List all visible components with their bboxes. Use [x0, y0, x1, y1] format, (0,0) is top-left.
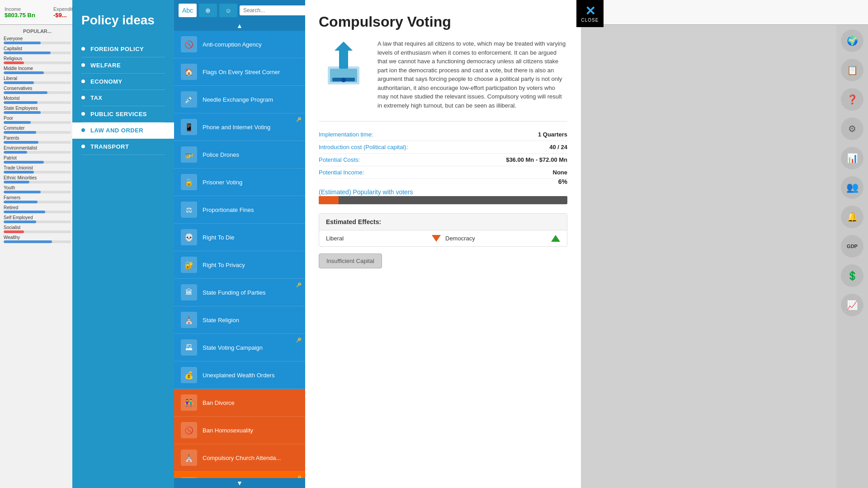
policy-category-law-and-order[interactable]: LAW AND ORDER [72, 122, 174, 139]
policy-list: Abc ⊕ ☺ 🔍 ▲ 🚫 Anti-corruption Agency 🏠 F… [174, 0, 305, 488]
arrow-down-icon [432, 235, 441, 242]
popularity-title: POPULAR... [4, 28, 71, 34]
policy-panel: Policy ideas FOREIGN POLICY WELFARE ECON… [72, 0, 174, 488]
policy-item-7[interactable]: 💀 Right To Die [174, 224, 305, 251]
svg-rect-2 [339, 48, 348, 69]
policy-item-10[interactable]: ⛪ State Religion [174, 306, 305, 334]
pop-group-trade-unionist: Trade Unionist [4, 165, 71, 174]
pop-group-motorist: Motorist [4, 96, 71, 104]
arrow-up-icon [551, 235, 560, 242]
policy-item-9[interactable]: 🏛 State Funding of Parties 🔑 [174, 279, 305, 306]
right-icon-map[interactable]: 🌍 [841, 29, 863, 52]
pop-group-everyone: Everyone [4, 36, 71, 44]
close-label: CLOSE [581, 18, 599, 23]
policy-category-transport[interactable]: TRANSPORT [81, 139, 165, 155]
detail-panel: Compulsory Voting A law that requires al… [305, 0, 581, 488]
popularity-section-title: (Estimated) Popularity with voters [319, 188, 413, 196]
policy-category-public-services[interactable]: PUBLIC SERVICES [81, 106, 165, 122]
effect-democracy: Democracy [445, 235, 560, 242]
effect-liberal: Liberal [326, 235, 441, 242]
pop-group-self-employed: Self Employed [4, 215, 71, 223]
right-icon-graph[interactable]: 📈 [841, 294, 863, 316]
stat-row: Introduction cost (Political capital): 4… [319, 141, 567, 154]
policy-item-0[interactable]: 🚫 Anti-corruption Agency [174, 31, 305, 58]
effects-row: Liberal Democracy [319, 230, 567, 246]
right-icon-doc[interactable]: 📋 [841, 59, 863, 81]
policy-category-economy[interactable]: ECONOMY [81, 74, 165, 90]
scroll-up-button[interactable]: ▲ [174, 21, 305, 31]
svg-point-5 [341, 78, 346, 82]
policy-item-3[interactable]: 📱 Phone and Internet Voting 🔑 [174, 113, 305, 141]
policy-item-5[interactable]: 🔒 Prisoner Voting [174, 169, 305, 196]
policy-item-11[interactable]: 🗳 State Voting Campaign 🔑 [174, 334, 305, 361]
income-value: $803.75 Bn [5, 12, 35, 19]
tab-abc[interactable]: Abc [179, 4, 197, 17]
stat-row: Potential Income: None [319, 166, 567, 179]
tab-icons: Abc ⊕ ☺ [179, 4, 237, 17]
policy-item-2[interactable]: 💉 Needle Exchange Program [174, 86, 305, 113]
policy-category-foreign-policy[interactable]: FOREIGN POLICY [81, 41, 165, 57]
detail-content: A law that requires all citizens to vote… [319, 39, 567, 110]
policy-items-container: 🚫 Anti-corruption Agency 🏠 Flags On Ever… [174, 31, 305, 488]
pop-group-capitalist: Capitalist [4, 46, 71, 54]
effects-title: Estimated Effects: [319, 214, 567, 230]
svg-marker-3 [335, 42, 353, 51]
pop-group-environmentalist: Environmentalist [4, 145, 71, 154]
pop-group-youth: Youth [4, 185, 71, 193]
policy-item-4[interactable]: 🚁 Police Drones [174, 141, 305, 169]
tab-smiley[interactable]: ☺ [219, 4, 237, 17]
insufficient-capital-button[interactable]: Insufficient Capital [319, 253, 382, 268]
popularity-progress-bar [319, 196, 567, 204]
policy-item-15[interactable]: ⛪ Compulsory Church Attenda... [174, 444, 305, 472]
popularity-section: (Estimated) Popularity with voters 6% [319, 188, 567, 204]
policy-category-welfare[interactable]: WELFARE [81, 57, 165, 74]
policy-item-13[interactable]: 👫 Ban Divorce [174, 389, 305, 417]
pop-group-liberal: Liberal [4, 76, 71, 84]
detail-title: Compulsory Voting [319, 14, 567, 30]
detail-stats: Implementation time: 1 QuartersIntroduct… [319, 121, 567, 179]
policy-item-6[interactable]: ⚖ Proportionate Fines [174, 196, 305, 224]
tab-globe[interactable]: ⊕ [199, 4, 217, 17]
income-stat: Income $803.75 Bn [5, 6, 35, 19]
pop-group-retired: Retired [4, 205, 71, 213]
pop-group-commuter: Commuter [4, 126, 71, 134]
policy-item-8[interactable]: 🔐 Right To Privacy [174, 251, 305, 279]
right-icon-chart[interactable]: 📊 [841, 147, 863, 169]
right-icon-help[interactable]: ❓ [841, 88, 863, 111]
pop-group-middle-income: Middle Income [4, 66, 71, 74]
pop-group-ethnic-minorities: Ethnic Minorities [4, 175, 71, 183]
policy-panel-title: Policy ideas [81, 14, 165, 28]
detail-description: A law that requires all citizens to vote… [377, 39, 567, 110]
popularity-progress-fill [319, 196, 339, 204]
search-input[interactable] [240, 5, 305, 15]
policy-item-14[interactable]: 🚫 Ban Homosexuality [174, 417, 305, 444]
policy-item-1[interactable]: 🏠 Flags On Every Street Corner [174, 58, 305, 86]
policy-category-tax[interactable]: TAX [81, 90, 165, 106]
right-icon-settings[interactable]: ⚙ [841, 117, 863, 140]
pop-group-socialist: Socialist [4, 225, 71, 233]
close-button[interactable]: ✕ CLOSE [576, 0, 604, 27]
right-icon-money[interactable]: 💲 [841, 264, 863, 287]
detail-image [319, 39, 368, 89]
pop-group-state-employees: State Employees [4, 106, 71, 114]
pop-group-parents: Parents [4, 136, 71, 144]
stat-row: Potential Costs: $36.00 Mn - $72.00 Mn [319, 154, 567, 166]
popularity-section-value: 6% [558, 178, 567, 185]
policy-list-header: Abc ⊕ ☺ 🔍 [174, 0, 305, 21]
right-icons-panel: 🌍 📋 ❓ ⚙ 📊 👥 🔔 GDP 💲 📈 [836, 25, 868, 488]
right-icon-people[interactable]: 👥 [841, 176, 863, 199]
pop-group-poor: Poor [4, 116, 71, 124]
pop-group-religious: Religious [4, 56, 71, 64]
effects-section: Estimated Effects: Liberal Democracy [319, 213, 567, 247]
right-icon-alarm[interactable]: 🔔 [841, 206, 863, 228]
voting-illustration [319, 39, 368, 89]
right-icon-gdp[interactable]: GDP [841, 235, 863, 258]
stat-row: Implementation time: 1 Quarters [319, 128, 567, 141]
policy-item-12[interactable]: 💰 Unexplained Wealth Orders [174, 361, 305, 389]
pop-group-patriot: Patriot [4, 155, 71, 164]
income-label: Income [5, 6, 35, 12]
pop-group-wealthy: Wealthy [4, 235, 71, 243]
popularity-sidebar: POPULAR... Everyone Capitalist Religious… [0, 25, 75, 488]
close-x-icon: ✕ [585, 5, 595, 18]
scroll-down-button[interactable]: ▼ [174, 478, 305, 488]
